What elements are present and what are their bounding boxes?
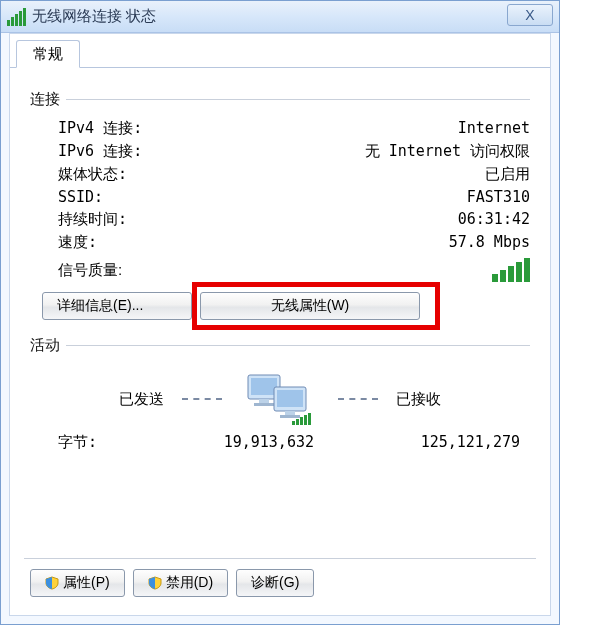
wifi-signal-icon [7,8,26,26]
details-button-label: 详细信息(E)... [57,297,143,315]
ipv4-value: Internet [458,119,530,138]
connection-group: 连接 IPv4 连接: Internet IPv6 连接: 无 Internet… [30,90,530,326]
bytes-label: 字节: [58,433,148,452]
ipv6-row: IPv6 连接: 无 Internet 访问权限 [30,140,530,163]
sent-label: 已发送 [119,390,164,409]
svg-rect-10 [300,417,303,425]
window-body: 常规 连接 IPv4 连接: Internet IPv6 连接: 无 Inter… [9,33,551,616]
bottom-separator [24,558,536,559]
signal-row: 信号质量: [30,254,530,288]
diagnose-button[interactable]: 诊断(G) [236,569,314,597]
dashed-line-left [182,398,222,400]
bottom-button-row: 属性(P) 禁用(D) 诊断(G) [30,569,314,597]
ipv4-row: IPv4 连接: Internet [30,117,530,140]
activity-visual: 已发送 [30,363,530,433]
tab-underline [10,67,550,68]
duration-row: 持续时间: 06:31:42 [30,208,530,231]
svg-rect-5 [277,390,303,407]
ssid-label: SSID: [58,188,103,206]
shield-icon [45,576,59,590]
svg-rect-11 [304,415,307,425]
connection-legend: 连接 [30,90,66,109]
svg-rect-3 [254,403,274,406]
duration-value: 06:31:42 [458,210,530,229]
svg-rect-2 [259,399,269,403]
media-row: 媒体状态: 已启用 [30,163,530,186]
details-button[interactable]: 详细信息(E)... [42,292,192,320]
close-icon: X [525,7,534,23]
diagnose-button-label: 诊断(G) [251,574,299,592]
disable-button-label: 禁用(D) [166,574,213,592]
svg-rect-12 [308,413,311,425]
wireless-properties-button[interactable]: 无线属性(W) [200,292,420,320]
close-button[interactable]: X [507,4,553,26]
activity-group: 活动 已发送 [30,336,530,460]
bytes-sent-value: 19,913,632 [148,433,354,452]
media-label: 媒体状态: [58,165,127,184]
properties-button-label: 属性(P) [63,574,110,592]
ssid-row: SSID: FAST310 [30,186,530,208]
shield-icon [148,576,162,590]
svg-rect-6 [285,411,295,415]
signal-label: 信号质量: [58,261,122,280]
svg-rect-1 [251,378,277,395]
duration-label: 持续时间: [58,210,127,229]
speed-row: 速度: 57.8 Mbps [30,231,530,254]
ipv6-value: 无 Internet 访问权限 [365,142,530,161]
titlebar: 无线网络连接 状态 X [1,1,559,33]
bytes-row: 字节: 19,913,632 125,121,279 [30,433,530,454]
ipv4-label: IPv4 连接: [58,119,142,138]
disable-button[interactable]: 禁用(D) [133,569,228,597]
svg-rect-9 [296,419,299,425]
wireless-properties-label: 无线属性(W) [271,297,350,315]
activity-legend: 活动 [30,336,66,355]
tab-general-label: 常规 [33,45,63,64]
media-value: 已启用 [485,165,530,184]
ssid-value: FAST310 [467,188,530,206]
tab-strip: 常规 [10,34,550,66]
signal-strength-icon [492,258,530,282]
dashed-line-right [338,398,378,400]
wireless-status-window: 无线网络连接 状态 X 常规 连接 IPv4 连接: Internet IPv6… [0,0,560,625]
bytes-received-value: 125,121,279 [354,433,520,452]
connection-buttons: 详细信息(E)... 无线属性(W) [30,292,530,320]
received-label: 已接收 [396,390,441,409]
tab-content: 连接 IPv4 连接: Internet IPv6 连接: 无 Internet… [10,66,550,470]
window-title: 无线网络连接 状态 [32,7,156,26]
speed-label: 速度: [58,233,97,252]
ipv6-label: IPv6 连接: [58,142,142,161]
properties-button[interactable]: 属性(P) [30,569,125,597]
svg-rect-8 [292,421,295,425]
network-monitors-icon [240,369,320,429]
speed-value: 57.8 Mbps [449,233,530,252]
svg-rect-7 [280,415,300,418]
tab-general[interactable]: 常规 [16,40,80,68]
